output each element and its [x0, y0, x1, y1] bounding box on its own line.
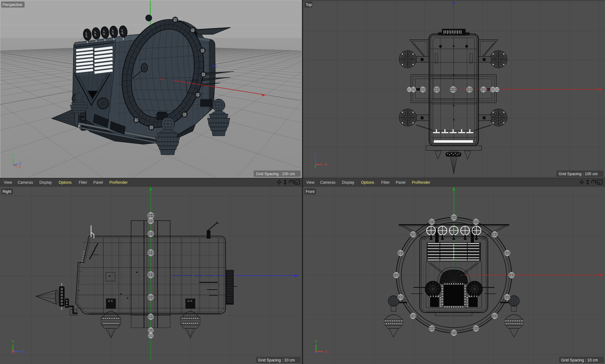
svg-text:X: X: [325, 350, 327, 354]
svg-text:Filter: Filter: [381, 180, 390, 185]
svg-text:Filter: Filter: [79, 180, 87, 185]
svg-text:View: View: [306, 180, 314, 185]
svg-text:Y: Y: [315, 340, 317, 344]
svg-text:Top: Top: [306, 3, 312, 7]
svg-text:ProRender: ProRender: [109, 180, 128, 185]
svg-text:Grid Spacing : 100 cm: Grid Spacing : 100 cm: [256, 172, 295, 176]
svg-text:Perspective: Perspective: [3, 3, 22, 7]
svg-text:Cameras: Cameras: [320, 180, 336, 185]
svg-text:Grid Spacing : 100 cm: Grid Spacing : 100 cm: [559, 172, 598, 176]
svg-text:Options: Options: [59, 180, 72, 185]
svg-text:Grid Spacing : 10 cm: Grid Spacing : 10 cm: [561, 358, 598, 362]
svg-text:Panel: Panel: [396, 180, 406, 185]
svg-text:Cameras: Cameras: [18, 180, 33, 185]
svg-text:ProRender: ProRender: [412, 180, 430, 185]
svg-text:Front: Front: [306, 189, 315, 194]
svg-text:X: X: [19, 165, 21, 169]
svg-text:Y: Y: [12, 340, 14, 344]
svg-text:Z: Z: [314, 153, 317, 156]
svg-text:Options: Options: [361, 180, 374, 185]
svg-text:Right: Right: [3, 189, 12, 194]
svg-text:View: View: [4, 180, 12, 185]
svg-text:Display: Display: [342, 180, 354, 185]
svg-text:X: X: [325, 163, 327, 166]
svg-text:Y: Y: [11, 153, 14, 157]
svg-text:Panel: Panel: [93, 180, 103, 185]
svg-text:Display: Display: [39, 180, 52, 185]
svg-text:Y: Y: [314, 165, 317, 169]
svg-text:Z: Z: [22, 350, 24, 354]
svg-text:Grid Spacing : 10 cm: Grid Spacing : 10 cm: [258, 358, 295, 362]
